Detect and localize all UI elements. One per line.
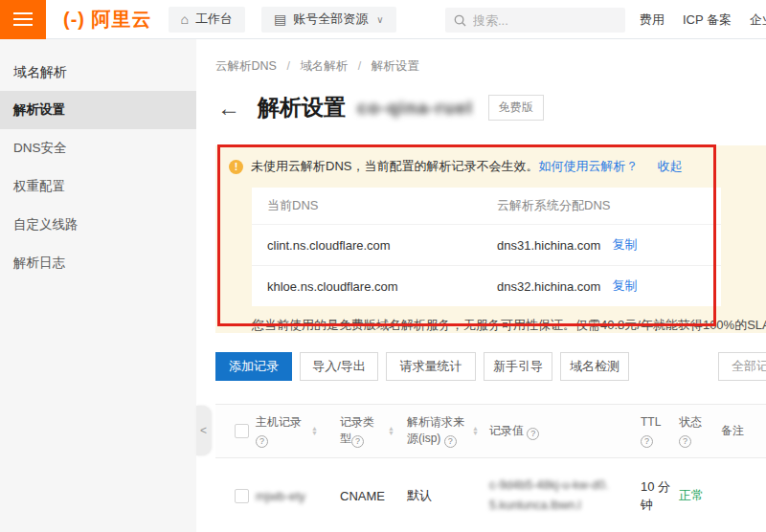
back-arrow-icon[interactable]: ← bbox=[217, 97, 240, 120]
help-icon[interactable]: ? bbox=[444, 435, 457, 448]
record-ttl: 10 分钟 bbox=[641, 477, 679, 515]
plan-badge: 免费版 bbox=[488, 95, 544, 121]
import-export-button[interactable]: 导入/导出 bbox=[300, 352, 378, 381]
assigned-dns-value: dns32.hichina.com bbox=[497, 279, 600, 294]
workbench-label: 工作台 bbox=[195, 11, 233, 28]
collapse-notice-link[interactable]: 收起 bbox=[657, 158, 682, 175]
current-dns-value: khloe.ns.cloudflare.com bbox=[267, 279, 497, 294]
col-remark-label: 备注 bbox=[721, 423, 744, 439]
help-icon[interactable]: ? bbox=[641, 435, 653, 448]
main-content: 云解析DNS / 域名解析 / 解析设置 ← 解析设置 co-qina-ruel… bbox=[196, 39, 766, 532]
global-search[interactable] bbox=[445, 8, 625, 33]
breadcrumb: 云解析DNS / 域名解析 / 解析设置 bbox=[215, 58, 419, 75]
breadcrumb-domain-resolution[interactable]: 域名解析 bbox=[300, 59, 348, 73]
page-title-row: ← 解析设置 co-qina-ruel 免费版 bbox=[217, 93, 544, 122]
page-title: 解析设置 bbox=[258, 93, 346, 122]
warning-icon: ! bbox=[229, 160, 243, 174]
resources-icon: ▤ bbox=[274, 12, 286, 26]
copy-dns-link[interactable]: 复制 bbox=[612, 277, 637, 295]
account-resources-button[interactable]: ▤ 账号全部资源 ∨ bbox=[261, 7, 396, 33]
sidebar-item-resolution-settings[interactable]: 解析设置 bbox=[0, 91, 196, 129]
domain-name-redacted: co-qina-ruel bbox=[357, 98, 473, 119]
record-row: mjwb-ety CNAME 默认 c-9d4b5-48kj-u-kw-d0. … bbox=[215, 458, 766, 532]
aliyun-logo[interactable]: (-) 阿里云 bbox=[63, 7, 152, 33]
resources-label: 账号全部资源 bbox=[293, 11, 368, 28]
record-status: 正常 bbox=[679, 488, 704, 502]
help-icon[interactable]: ? bbox=[351, 435, 364, 448]
nav-link-enterprise[interactable]: 企业 bbox=[750, 11, 766, 29]
record-type: CNAME bbox=[340, 489, 407, 503]
help-icon[interactable]: ? bbox=[527, 428, 539, 440]
host-record-redacted: mjwb-ety bbox=[256, 489, 305, 503]
sort-icon[interactable]: ▲▼ bbox=[472, 426, 479, 435]
copy-dns-link[interactable]: 复制 bbox=[612, 236, 637, 254]
select-all-checkbox[interactable] bbox=[235, 424, 249, 438]
col-type-label: 记录类型? bbox=[340, 414, 382, 448]
breadcrumb-current: 解析设置 bbox=[372, 59, 419, 73]
sidebar: 域名解析 解析设置 DNS安全 权重配置 自定义线路 解析日志 bbox=[0, 39, 196, 532]
request-stats-button[interactable]: 请求量统计 bbox=[386, 352, 476, 381]
sidebar-collapse-handle[interactable]: < bbox=[196, 406, 211, 455]
col-header-current-dns: 当前DNS bbox=[267, 197, 497, 214]
all-records-dropdown[interactable]: 全部记录 ∨ bbox=[718, 352, 766, 381]
navbar-links: 费用 ICP 备案 企业 支持 bbox=[640, 0, 766, 39]
breadcrumb-separator: / bbox=[286, 59, 289, 73]
dns-comparison-table: 当前DNS 云解析系统分配DNS clint.ns.cloudflare.com… bbox=[252, 188, 721, 306]
col-status-label: 状态 ? bbox=[679, 414, 706, 448]
col-host-label: 主机记录 ? bbox=[256, 414, 305, 448]
domain-check-button[interactable]: 域名检测 bbox=[560, 352, 629, 381]
sidebar-item-resolution-logs[interactable]: 解析日志 bbox=[0, 244, 196, 282]
how-to-use-link[interactable]: 如何使用云解析？ bbox=[538, 158, 638, 175]
record-isp: 默认 bbox=[407, 487, 489, 504]
record-value-redacted: 5.kunlunca.lbwn.l bbox=[489, 496, 641, 516]
add-record-button[interactable]: 添加记录 bbox=[215, 352, 292, 381]
help-icon[interactable]: ? bbox=[256, 435, 268, 448]
search-icon bbox=[454, 14, 466, 27]
row-checkbox[interactable] bbox=[235, 489, 249, 503]
col-isp-label: 解析请求来源(isp) ? bbox=[407, 414, 466, 448]
current-dns-value: clint.ns.cloudflare.com bbox=[267, 238, 497, 253]
records-table-header: 主机记录 ? ▲▼ 记录类型? ▲▼ 解析请求来源(isp) ? ▲▼ 记录值 … bbox=[215, 404, 766, 458]
sidebar-item-dns-security[interactable]: DNS安全 bbox=[0, 129, 196, 167]
nav-link-icp[interactable]: ICP 备案 bbox=[683, 11, 732, 29]
upsell-text: 您当前使用的是免费版域名解析服务，无服务可用性保证。仅需40.8元/年就能获得1… bbox=[252, 317, 766, 333]
top-navbar: (-) 阿里云 ⌂ 工作台 ▤ 账号全部资源 ∨ 费用 ICP 备案 企业 支持 bbox=[0, 0, 766, 39]
beginner-guide-button[interactable]: 新手引导 bbox=[484, 352, 552, 381]
sidebar-item-custom-lines[interactable]: 自定义线路 bbox=[0, 206, 196, 244]
col-value-label: 记录值 ? bbox=[489, 423, 539, 440]
sort-icon[interactable]: ▲▼ bbox=[311, 426, 318, 435]
breadcrumb-separator: / bbox=[358, 59, 361, 73]
records-toolbar: 添加记录 导入/导出 请求量统计 新手引导 域名检测 bbox=[215, 352, 637, 381]
breadcrumb-dns[interactable]: 云解析DNS bbox=[215, 59, 277, 73]
workbench-button[interactable]: ⌂ 工作台 bbox=[169, 7, 245, 33]
sidebar-item-domain-resolution[interactable]: 域名解析 bbox=[0, 53, 196, 91]
hamburger-menu-icon[interactable] bbox=[0, 0, 46, 39]
all-records-label: 全部记录 bbox=[732, 358, 766, 375]
col-header-assigned-dns: 云解析系统分配DNS bbox=[497, 197, 706, 214]
chevron-down-icon: ∨ bbox=[376, 14, 383, 25]
assigned-dns-value: dns31.hichina.com bbox=[497, 238, 600, 253]
nav-link-billing[interactable]: 费用 bbox=[640, 11, 665, 29]
chevron-left-icon: < bbox=[200, 424, 207, 437]
dns-table-row: khloe.ns.cloudflare.com dns32.hichina.co… bbox=[252, 265, 721, 306]
home-icon: ⌂ bbox=[181, 12, 189, 26]
search-input[interactable] bbox=[473, 13, 607, 28]
sidebar-item-weight-config[interactable]: 权重配置 bbox=[0, 167, 196, 206]
dns-notice-panel: ! 未使用云解析DNS，当前配置的解析记录不会生效。 如何使用云解析？ 收起 当… bbox=[215, 145, 766, 333]
dns-table-row: clint.ns.cloudflare.com dns31.hichina.co… bbox=[252, 224, 721, 265]
sort-icon[interactable]: ▲▼ bbox=[388, 426, 394, 435]
records-table: 主机记录 ? ▲▼ 记录类型? ▲▼ 解析请求来源(isp) ? ▲▼ 记录值 … bbox=[215, 404, 766, 532]
help-icon[interactable]: ? bbox=[679, 435, 691, 448]
record-value-redacted: c-9d4b5-48kj-u-kw-d0. bbox=[489, 476, 641, 496]
col-ttl-label: TTL ? bbox=[641, 414, 669, 448]
notice-message: 未使用云解析DNS，当前配置的解析记录不会生效。 bbox=[251, 158, 538, 175]
